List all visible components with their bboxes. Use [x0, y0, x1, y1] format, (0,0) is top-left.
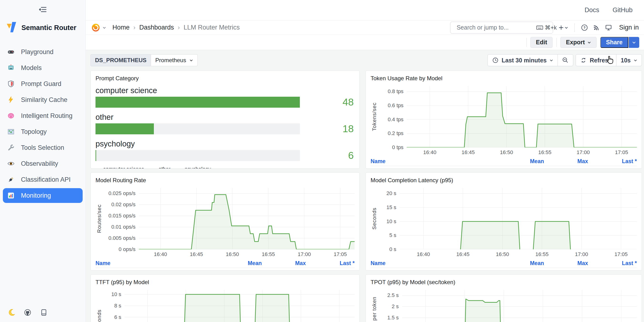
y-tick-label: 5 s — [390, 232, 396, 238]
sidebar-item-models[interactable]: Models — [3, 60, 83, 75]
bar-fill — [96, 123, 154, 134]
legend-row: p95 qwen3-coder 10 s 10 s 10 s — [370, 268, 637, 270]
news-rss-button[interactable] — [593, 24, 600, 31]
sidebar-item-classification-api[interactable]: Classification API — [3, 172, 83, 187]
legend-header-last[interactable]: Last * — [306, 260, 355, 266]
search-shortcut: ⌘+k — [536, 24, 556, 31]
datasource-select[interactable]: Prometheus — [151, 54, 198, 66]
breadcrumb-home[interactable]: Home — [112, 24, 130, 31]
x-tick-label: 16:50 — [500, 149, 513, 156]
legend-item[interactable]: other — [151, 166, 170, 168]
legend-header-max[interactable]: Max — [544, 260, 588, 266]
edit-button[interactable]: Edit — [530, 37, 552, 48]
series-name[interactable]: auto -> qwen3-coder — [104, 270, 154, 270]
x-tick-label: 16:40 — [154, 251, 167, 258]
legend-table: Name Mean Max Last * Completion Tokens q… — [370, 157, 637, 168]
panel-tpot: TPOT (p95) by Model (sec/token) Seconds … — [366, 274, 642, 322]
y-tick-label: 0 tps — [392, 144, 404, 150]
panel-grid: Prompt Category computer science 48 othe… — [90, 70, 642, 322]
legend-item[interactable]: computer science — [96, 166, 144, 168]
sidebar-item-intelligent-routing[interactable]: Intelligent Routing — [3, 108, 83, 123]
time-series-chart: Seconds 0 s5 s10 s15 s20 s 16:4016:4516:… — [370, 188, 637, 259]
dashboard-controls: DS_PROMETHEUS Prometheus Last 30 minutes — [90, 54, 642, 66]
legend-header-name[interactable]: Name — [370, 158, 489, 164]
bar-track — [96, 150, 300, 161]
y-tick-label: 8 s — [114, 303, 121, 309]
refresh-interval-select[interactable]: 10s — [616, 54, 642, 66]
time-range-picker[interactable]: Last 30 minutes — [488, 54, 558, 66]
svg-text:?: ? — [584, 26, 586, 30]
sidebar-item-tools-selection[interactable]: Tools Selection — [3, 140, 83, 155]
legend-header-max[interactable]: Max — [544, 158, 588, 164]
export-button[interactable]: Export — [560, 37, 596, 48]
x-tick-label: 16:55 — [262, 251, 275, 258]
kiosk-mode-button[interactable] — [605, 24, 612, 32]
github-icon[interactable] — [24, 309, 32, 316]
plot-area[interactable] — [400, 188, 637, 249]
legend-header-mean[interactable]: Mean — [489, 158, 544, 164]
sidebar-item-label: Topology — [21, 128, 47, 136]
x-tick-label: 17:05 — [334, 251, 347, 258]
x-axis: 16:4016:4516:5016:5517:0017:05 — [400, 249, 637, 259]
chevron-down-icon — [189, 58, 193, 62]
zoom-out-button[interactable] — [558, 54, 573, 66]
search-box[interactable]: ⌘+k — [450, 22, 553, 34]
grafana-breadcrumb-bar: Home › Dashboards › LLM Router Metrics ⌘… — [86, 20, 644, 35]
sign-in-link[interactable]: Sign in — [619, 24, 639, 31]
share-button[interactable]: Share — [600, 37, 628, 48]
plot-area[interactable] — [407, 86, 637, 148]
series-mean: 0.176 tps — [489, 168, 544, 168]
sidebar-item-label: Monitoring — [21, 192, 51, 199]
series-max: 0.0246 ops/s — [262, 270, 306, 270]
plot-area[interactable] — [139, 188, 355, 249]
sidebar-item-topology[interactable]: Topology — [3, 124, 83, 139]
panel-title: TPOT (p95) by Model (sec/token) — [370, 279, 637, 286]
help-button[interactable]: ? — [581, 24, 588, 31]
y-axis: 0 s2 s4 s6 s8 s10 s — [103, 290, 124, 322]
legend-header-mean[interactable]: Mean — [489, 260, 544, 266]
bar-chart-icon — [7, 192, 15, 199]
dashboard-canvas: DS_PROMETHEUS Prometheus Last 30 minutes — [86, 50, 644, 322]
legend-item[interactable]: psychology — [177, 166, 211, 168]
collapse-sidebar-icon[interactable] — [38, 5, 47, 14]
docs-book-icon[interactable] — [40, 309, 48, 316]
legend-header-name[interactable]: Name — [96, 260, 207, 266]
sidebar-item-label: Classification API — [21, 176, 71, 184]
legend-header-max[interactable]: Max — [262, 260, 306, 266]
docs-link[interactable]: Docs — [584, 6, 599, 14]
breadcrumb-dashboards[interactable]: Dashboards — [139, 24, 174, 31]
series-name[interactable]: Completion Tokens qwen3-coder — [379, 168, 458, 168]
sidebar-item-similarity-cache[interactable]: Similarity Cache — [3, 92, 83, 107]
grafana-logo-button[interactable] — [91, 23, 106, 32]
sidebar-item-playground[interactable]: Playground — [3, 44, 83, 59]
brand[interactable]: Semantic Router — [0, 19, 86, 40]
series-name[interactable]: p95 qwen3-coder — [379, 270, 421, 270]
legend-row: Completion Tokens qwen3-coder 0.176 tps … — [370, 166, 637, 168]
y-tick-label: 0.6 tps — [388, 102, 404, 108]
github-link[interactable]: GitHub — [612, 6, 632, 14]
gamepad-icon — [7, 48, 15, 56]
plot-area[interactable] — [402, 290, 637, 322]
panel-prompt-category: Prompt Category computer science 48 othe… — [90, 70, 360, 168]
monitor-icon — [605, 24, 612, 32]
legend-header-name[interactable]: Name — [370, 260, 489, 266]
legend-header-last[interactable]: Last * — [588, 158, 637, 164]
add-button[interactable] — [558, 24, 568, 31]
plot-area[interactable] — [124, 290, 355, 322]
legend-header-mean[interactable]: Mean — [207, 260, 262, 266]
sidebar-item-prompt-guard[interactable]: Prompt Guard — [3, 76, 83, 91]
app-header: Docs GitHub — [86, 0, 644, 20]
sidebar-nav: Playground Models Prompt Guard — [0, 40, 86, 203]
divider — [574, 23, 575, 32]
sidebar-item-label: Prompt Guard — [21, 80, 62, 88]
dark-mode-moon-icon[interactable] — [8, 309, 15, 316]
time-series-chart: Tokens/sec 0 tps0.2 tps0.4 tps0.6 tps0.8… — [370, 86, 637, 157]
legend-header-last[interactable]: Last * — [588, 260, 637, 266]
search-input[interactable] — [456, 24, 533, 31]
x-tick-label: 17:00 — [575, 251, 588, 258]
sidebar-item-monitoring[interactable]: Monitoring — [3, 188, 83, 203]
sidebar-item-observability[interactable]: Observability — [3, 156, 83, 171]
share-dropdown-button[interactable] — [629, 37, 639, 48]
panel-legend: computer science other psychology — [96, 166, 355, 168]
y-tick-label: 6 s — [114, 314, 121, 320]
